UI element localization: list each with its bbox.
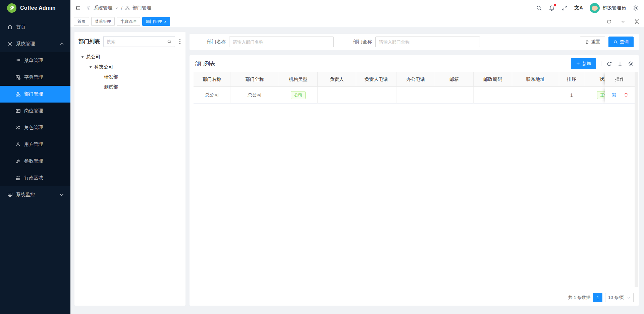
chevron-up-icon — [59, 41, 64, 47]
sidebar-item-system-monitor[interactable]: 系统监控 — [0, 186, 70, 203]
sidebar-item-label: 岗位管理 — [24, 108, 43, 114]
search-button[interactable] — [536, 5, 542, 11]
language-switch-button[interactable]: 文A — [574, 5, 583, 11]
tab-label: 菜单管理 — [95, 19, 111, 24]
home-icon — [7, 24, 13, 30]
tree-node-rd-department[interactable]: 研发部 — [78, 72, 181, 82]
sidebar-item-label: 部门管理 — [24, 91, 43, 97]
reset-button[interactable]: 重置 — [580, 37, 605, 47]
sidebar-item-parameter-management[interactable]: 参数管理 — [0, 153, 70, 170]
caret-down-icon[interactable] — [89, 66, 92, 68]
department-tree: 总公司 科技公司 研发部 测试部 — [78, 52, 181, 92]
main-area: 系统管理 / 部门管理 文A 超级管理员 — [70, 0, 644, 314]
filter-actions: 重置 查询 — [580, 37, 634, 47]
column-settings-button[interactable] — [628, 61, 634, 67]
sidebar-item-menu-management[interactable]: 菜单管理 — [0, 52, 70, 69]
query-button[interactable]: 查询 — [608, 37, 634, 47]
bank-icon — [15, 175, 21, 181]
sidebar-item-post-management[interactable]: 岗位管理 — [0, 103, 70, 119]
row-height-icon — [617, 61, 623, 67]
filter-department-name: 部门名称 — [207, 37, 334, 47]
tree-node-test-department[interactable]: 测试部 — [78, 82, 181, 92]
chevron-down-icon — [115, 6, 118, 10]
sidebar-item-department-management[interactable]: 部门管理 — [0, 86, 70, 103]
translate-icon: 文A — [574, 5, 583, 11]
filter-label: 部门名称 — [207, 39, 226, 45]
page-size-value: 10 条/页 — [608, 295, 624, 301]
header-actions: 文A 超级管理员 — [536, 3, 639, 13]
department-fullname-input[interactable] — [375, 37, 480, 47]
department-name-input[interactable] — [229, 37, 334, 47]
maximize-icon — [635, 19, 640, 24]
cell-office-phone — [396, 87, 435, 104]
search-icon — [613, 40, 618, 44]
table-scroll-area[interactable]: 部门名称 部门全称 机构类型 负责人 负责人电话 办公电话 邮箱 邮政编码 联系… — [194, 72, 635, 290]
tab-department-management[interactable]: 部门管理 x — [142, 17, 170, 26]
tree-node-label: 测试部 — [104, 84, 118, 90]
right-column: 部门名称 部门全称 重置 查询 — [190, 32, 639, 306]
query-button-label: 查询 — [620, 39, 629, 45]
trash-icon — [624, 92, 629, 98]
sidebar-item-label: 菜单管理 — [24, 58, 43, 64]
dictionary-icon — [15, 75, 21, 80]
sidebar-item-dictionary-management[interactable]: 字典管理 — [0, 69, 70, 86]
breadcrumb-item[interactable]: 系统管理 — [94, 5, 112, 11]
page-number-button[interactable]: 1 — [593, 293, 602, 302]
notifications-button[interactable] — [549, 5, 555, 11]
tree-more-button[interactable] — [178, 39, 181, 44]
tab-home[interactable]: 首页 — [74, 17, 89, 26]
tree-panel-header: 部门列表 — [78, 36, 181, 47]
tree-node-head-office[interactable]: 总公司 — [78, 52, 181, 62]
column-header: 部门全称 — [230, 72, 279, 87]
tab-label: 字典管理 — [120, 19, 137, 24]
tab-label: 部门管理 — [146, 19, 162, 24]
settings-button[interactable] — [633, 5, 639, 11]
sidebar-item-user-management[interactable]: 用户管理 — [0, 136, 70, 153]
sidebar-item-label: 首页 — [16, 24, 25, 30]
user-menu[interactable]: 超级管理员 — [590, 3, 626, 13]
column-header: 邮箱 — [435, 72, 474, 87]
tab-close-icon[interactable]: x — [164, 20, 166, 23]
refresh-tab-button[interactable] — [602, 16, 616, 27]
gear-icon — [86, 5, 91, 10]
table-row[interactable]: 总公司 总公司 公司 1 正常 — [194, 87, 635, 104]
gear-icon — [628, 61, 634, 67]
refresh-table-button[interactable] — [606, 61, 612, 67]
refresh-icon — [606, 19, 611, 24]
column-header: 负责人电话 — [356, 72, 396, 87]
edit-row-button[interactable] — [611, 92, 616, 98]
tree-search-button[interactable] — [164, 36, 175, 47]
roles-icon — [15, 125, 21, 130]
tab-options-button[interactable] — [616, 16, 630, 27]
fullscreen-button[interactable] — [561, 5, 568, 11]
sidebar-item-system-management[interactable]: 系统管理 — [0, 36, 70, 52]
table-card-header: 部门列表 新增 — [190, 55, 639, 72]
page-content: 部门列表 总公司 科技公司 研发 — [70, 27, 644, 314]
add-button[interactable]: 新增 — [571, 58, 596, 69]
monitor-icon — [7, 192, 13, 197]
column-header: 邮政编码 — [474, 72, 512, 87]
pagination-bar: 共 1 条数据 1 10 条/页 — [190, 290, 639, 306]
breadcrumb-separator: / — [121, 5, 122, 11]
sidebar-menu: 首页 系统管理 菜单管理 字典管理 部门管理 岗位管理 — [0, 16, 70, 203]
sidebar-item-role-management[interactable]: 角色管理 — [0, 119, 70, 136]
cell-leader — [318, 87, 356, 104]
vertical-scrollbar-track[interactable] — [635, 72, 638, 287]
table-header-row: 部门名称 部门全称 机构类型 负责人 负责人电话 办公电话 邮箱 邮政编码 联系… — [194, 72, 635, 87]
tab-menu-management[interactable]: 菜单管理 — [91, 17, 115, 26]
sidebar-collapse-button[interactable] — [75, 5, 81, 11]
tab-dictionary-management[interactable]: 字典管理 — [117, 17, 140, 26]
tree-search-input[interactable] — [103, 36, 164, 47]
cell-actions — [605, 87, 635, 104]
caret-down-icon[interactable] — [81, 56, 84, 58]
row-height-button[interactable] — [617, 61, 623, 67]
content-fullscreen-button[interactable] — [630, 16, 644, 27]
page-size-select[interactable]: 10 条/页 — [605, 293, 634, 302]
delete-row-button[interactable] — [624, 92, 629, 98]
tree-node-tech-company[interactable]: 科技公司 — [78, 62, 181, 72]
search-icon — [167, 39, 172, 44]
table-card-title: 部门列表 — [195, 61, 215, 67]
tree-search-group — [103, 36, 175, 47]
sidebar-item-home[interactable]: 首页 — [0, 19, 70, 36]
sidebar-item-administrative-region[interactable]: 行政区域 — [0, 170, 70, 186]
